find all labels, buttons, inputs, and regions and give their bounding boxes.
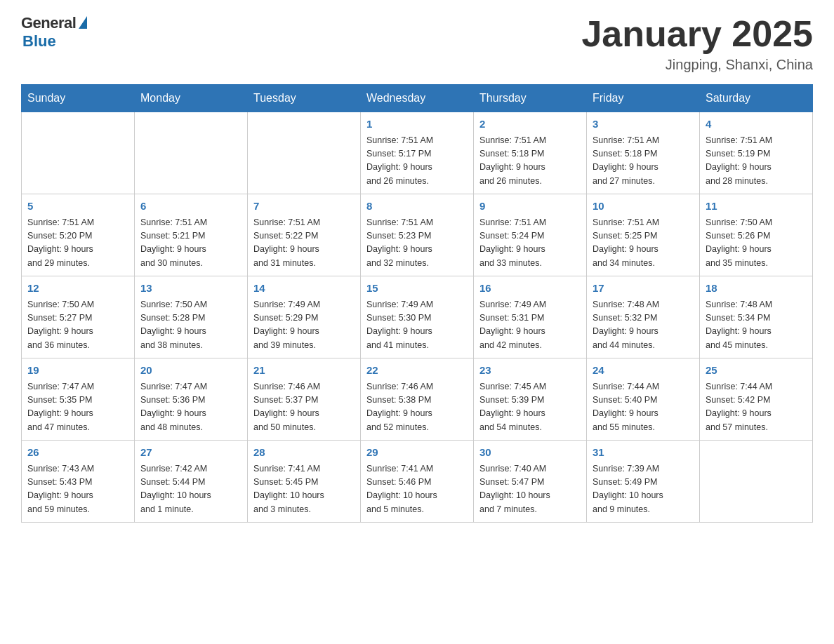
calendar-cell: 19Sunrise: 7:47 AM Sunset: 5:35 PM Dayli…	[22, 358, 135, 441]
day-number: 31	[593, 445, 694, 461]
calendar-cell: 31Sunrise: 7:39 AM Sunset: 5:49 PM Dayli…	[587, 441, 700, 523]
calendar-cell: 14Sunrise: 7:49 AM Sunset: 5:29 PM Dayli…	[248, 276, 361, 358]
day-info: Sunrise: 7:51 AM Sunset: 5:17 PM Dayligh…	[366, 134, 468, 189]
day-info: Sunrise: 7:51 AM Sunset: 5:22 PM Dayligh…	[253, 216, 355, 271]
day-info: Sunrise: 7:50 AM Sunset: 5:27 PM Dayligh…	[27, 298, 128, 353]
calendar-cell	[135, 112, 248, 194]
day-info: Sunrise: 7:49 AM Sunset: 5:29 PM Dayligh…	[253, 298, 355, 353]
day-info: Sunrise: 7:49 AM Sunset: 5:31 PM Dayligh…	[479, 298, 581, 353]
day-number: 7	[253, 199, 355, 215]
location-text: Jingping, Shanxi, China	[581, 57, 813, 73]
day-info: Sunrise: 7:47 AM Sunset: 5:35 PM Dayligh…	[27, 380, 128, 435]
calendar-cell: 3Sunrise: 7:51 AM Sunset: 5:18 PM Daylig…	[587, 112, 700, 194]
day-number: 6	[140, 199, 241, 215]
logo: General Blue	[21, 14, 87, 51]
day-number: 12	[27, 281, 128, 297]
day-of-week-header: Sunday	[22, 85, 135, 112]
day-number: 27	[140, 445, 241, 461]
day-of-week-header: Thursday	[474, 85, 587, 112]
calendar-cell: 30Sunrise: 7:40 AM Sunset: 5:47 PM Dayli…	[474, 441, 587, 523]
calendar-cell: 16Sunrise: 7:49 AM Sunset: 5:31 PM Dayli…	[474, 276, 587, 358]
day-info: Sunrise: 7:50 AM Sunset: 5:26 PM Dayligh…	[706, 216, 807, 271]
day-info: Sunrise: 7:42 AM Sunset: 5:44 PM Dayligh…	[140, 462, 241, 517]
day-of-week-header: Saturday	[700, 85, 813, 112]
month-title: January 2025	[581, 14, 813, 54]
day-info: Sunrise: 7:51 AM Sunset: 5:18 PM Dayligh…	[479, 134, 581, 189]
calendar-header-row: SundayMondayTuesdayWednesdayThursdayFrid…	[22, 85, 813, 112]
day-number: 5	[27, 199, 128, 215]
day-info: Sunrise: 7:44 AM Sunset: 5:40 PM Dayligh…	[593, 380, 694, 435]
calendar-cell	[248, 112, 361, 194]
day-info: Sunrise: 7:47 AM Sunset: 5:36 PM Dayligh…	[140, 380, 241, 435]
calendar-cell: 4Sunrise: 7:51 AM Sunset: 5:19 PM Daylig…	[700, 112, 813, 194]
day-info: Sunrise: 7:46 AM Sunset: 5:37 PM Dayligh…	[253, 380, 355, 435]
calendar-cell: 22Sunrise: 7:46 AM Sunset: 5:38 PM Dayli…	[361, 358, 474, 441]
logo-general-text: General	[21, 14, 76, 32]
day-info: Sunrise: 7:50 AM Sunset: 5:28 PM Dayligh…	[140, 298, 241, 353]
day-number: 21	[253, 363, 355, 379]
day-number: 22	[366, 363, 468, 379]
day-info: Sunrise: 7:51 AM Sunset: 5:20 PM Dayligh…	[27, 216, 128, 271]
calendar-week-row: 26Sunrise: 7:43 AM Sunset: 5:43 PM Dayli…	[22, 441, 813, 523]
day-number: 10	[593, 199, 694, 215]
calendar-cell: 5Sunrise: 7:51 AM Sunset: 5:20 PM Daylig…	[22, 194, 135, 276]
day-number: 19	[27, 363, 128, 379]
calendar-cell	[22, 112, 135, 194]
calendar-cell: 13Sunrise: 7:50 AM Sunset: 5:28 PM Dayli…	[135, 276, 248, 358]
calendar-cell: 9Sunrise: 7:51 AM Sunset: 5:24 PM Daylig…	[474, 194, 587, 276]
calendar-week-row: 19Sunrise: 7:47 AM Sunset: 5:35 PM Dayli…	[22, 358, 813, 441]
calendar-cell: 27Sunrise: 7:42 AM Sunset: 5:44 PM Dayli…	[135, 441, 248, 523]
day-number: 13	[140, 281, 241, 297]
calendar-cell: 18Sunrise: 7:48 AM Sunset: 5:34 PM Dayli…	[700, 276, 813, 358]
calendar-cell: 6Sunrise: 7:51 AM Sunset: 5:21 PM Daylig…	[135, 194, 248, 276]
day-number: 26	[27, 445, 128, 461]
day-of-week-header: Monday	[135, 85, 248, 112]
day-number: 2	[479, 116, 581, 133]
calendar-cell: 20Sunrise: 7:47 AM Sunset: 5:36 PM Dayli…	[135, 358, 248, 441]
day-number: 23	[479, 363, 581, 379]
day-number: 14	[253, 281, 355, 297]
calendar-cell: 8Sunrise: 7:51 AM Sunset: 5:23 PM Daylig…	[361, 194, 474, 276]
day-info: Sunrise: 7:48 AM Sunset: 5:32 PM Dayligh…	[593, 298, 694, 353]
calendar-cell: 21Sunrise: 7:46 AM Sunset: 5:37 PM Dayli…	[248, 358, 361, 441]
day-info: Sunrise: 7:48 AM Sunset: 5:34 PM Dayligh…	[706, 298, 807, 353]
calendar-cell: 23Sunrise: 7:45 AM Sunset: 5:39 PM Dayli…	[474, 358, 587, 441]
day-number: 1	[366, 116, 468, 133]
calendar-cell	[700, 441, 813, 523]
day-info: Sunrise: 7:46 AM Sunset: 5:38 PM Dayligh…	[366, 380, 468, 435]
day-info: Sunrise: 7:40 AM Sunset: 5:47 PM Dayligh…	[479, 462, 581, 517]
day-info: Sunrise: 7:45 AM Sunset: 5:39 PM Dayligh…	[479, 380, 581, 435]
day-of-week-header: Tuesday	[248, 85, 361, 112]
calendar-cell: 17Sunrise: 7:48 AM Sunset: 5:32 PM Dayli…	[587, 276, 700, 358]
calendar-cell: 7Sunrise: 7:51 AM Sunset: 5:22 PM Daylig…	[248, 194, 361, 276]
calendar-cell: 12Sunrise: 7:50 AM Sunset: 5:27 PM Dayli…	[22, 276, 135, 358]
calendar-cell: 11Sunrise: 7:50 AM Sunset: 5:26 PM Dayli…	[700, 194, 813, 276]
logo-blue-text: Blue	[22, 32, 56, 51]
day-number: 29	[366, 445, 468, 461]
calendar-cell: 10Sunrise: 7:51 AM Sunset: 5:25 PM Dayli…	[587, 194, 700, 276]
day-info: Sunrise: 7:51 AM Sunset: 5:23 PM Dayligh…	[366, 216, 468, 271]
calendar-cell: 28Sunrise: 7:41 AM Sunset: 5:45 PM Dayli…	[248, 441, 361, 523]
day-info: Sunrise: 7:41 AM Sunset: 5:46 PM Dayligh…	[366, 462, 468, 517]
title-block: January 2025 Jingping, Shanxi, China	[581, 14, 813, 73]
day-info: Sunrise: 7:51 AM Sunset: 5:19 PM Dayligh…	[706, 134, 807, 189]
calendar-cell: 26Sunrise: 7:43 AM Sunset: 5:43 PM Dayli…	[22, 441, 135, 523]
calendar-cell: 29Sunrise: 7:41 AM Sunset: 5:46 PM Dayli…	[361, 441, 474, 523]
day-info: Sunrise: 7:51 AM Sunset: 5:25 PM Dayligh…	[593, 216, 694, 271]
day-number: 18	[706, 281, 807, 297]
calendar-week-row: 1Sunrise: 7:51 AM Sunset: 5:17 PM Daylig…	[22, 112, 813, 194]
day-info: Sunrise: 7:51 AM Sunset: 5:21 PM Dayligh…	[140, 216, 241, 271]
calendar-week-row: 12Sunrise: 7:50 AM Sunset: 5:27 PM Dayli…	[22, 276, 813, 358]
day-number: 20	[140, 363, 241, 379]
day-info: Sunrise: 7:44 AM Sunset: 5:42 PM Dayligh…	[706, 380, 807, 435]
day-info: Sunrise: 7:51 AM Sunset: 5:18 PM Dayligh…	[593, 134, 694, 189]
day-info: Sunrise: 7:43 AM Sunset: 5:43 PM Dayligh…	[27, 462, 128, 517]
day-number: 17	[593, 281, 694, 297]
day-info: Sunrise: 7:39 AM Sunset: 5:49 PM Dayligh…	[593, 462, 694, 517]
day-number: 4	[706, 116, 807, 133]
day-number: 24	[593, 363, 694, 379]
day-number: 11	[706, 199, 807, 215]
day-number: 3	[593, 116, 694, 133]
day-number: 16	[479, 281, 581, 297]
day-of-week-header: Wednesday	[361, 85, 474, 112]
